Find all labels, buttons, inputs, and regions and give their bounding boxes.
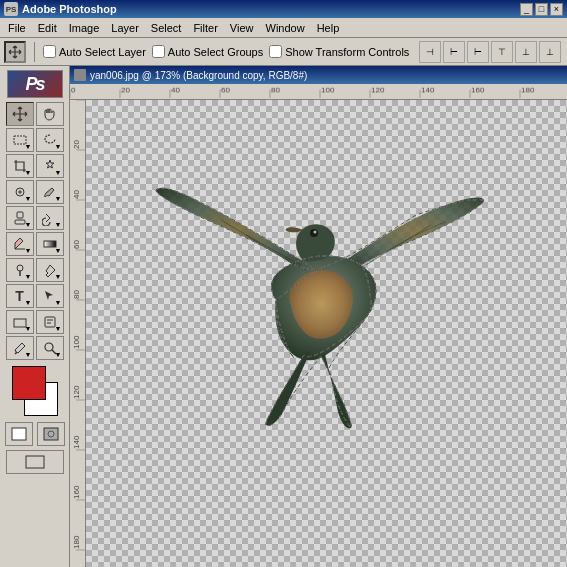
notes-tool-btn[interactable]: ▼	[36, 310, 64, 334]
tool-row-9: ▼ ▼	[2, 310, 67, 334]
tool-row-7: ▼ ▼	[2, 258, 67, 282]
app-title: Adobe Photoshop	[22, 3, 117, 15]
tool-row-3: ▼ ▼	[2, 154, 67, 178]
menu-select[interactable]: Select	[145, 20, 188, 36]
hand-tool-btn[interactable]	[36, 102, 64, 126]
auto-select-groups-checkbox[interactable]	[152, 45, 165, 58]
svg-rect-5	[15, 220, 25, 224]
menu-layer[interactable]: Layer	[105, 20, 145, 36]
menu-view[interactable]: View	[224, 20, 260, 36]
eyedropper-tool-btn[interactable]: ▼	[6, 336, 34, 360]
maximize-button[interactable]: □	[535, 3, 548, 16]
align-top-icon[interactable]: ⊤	[491, 41, 513, 63]
eraser-tool-btn[interactable]: ▼	[6, 232, 34, 256]
canvas-content[interactable]	[86, 100, 567, 567]
svg-rect-4	[17, 212, 23, 218]
align-center-h-icon[interactable]: ⊢	[443, 41, 465, 63]
options-separator-1	[34, 42, 35, 62]
align-center-v-icon[interactable]: ⊥	[515, 41, 537, 63]
menu-file[interactable]: File	[2, 20, 32, 36]
tool-row-1	[2, 102, 67, 126]
auto-select-groups-label: Auto Select Groups	[168, 46, 263, 58]
svg-line-14	[15, 352, 17, 354]
main-layout: Ps ▼ ▼ ▼	[0, 66, 567, 567]
lasso-tool-btn[interactable]: ▼	[36, 128, 64, 152]
show-transform-controls-label: Show Transform Controls	[285, 46, 409, 58]
options-bar: Auto Select Layer Auto Select Groups Sho…	[0, 38, 567, 66]
move-tool-options-btn[interactable]	[4, 41, 26, 63]
menu-bar: File Edit Image Layer Select Filter View…	[0, 18, 567, 38]
tool-row-2: ▼ ▼	[2, 128, 67, 152]
move-tool-btn[interactable]	[6, 102, 34, 126]
tool-row-5: ▼ ▼	[2, 206, 67, 230]
align-right-icon[interactable]: ⊢	[467, 41, 489, 63]
vertical-ruler	[70, 100, 86, 567]
app-icon: PS	[4, 2, 18, 16]
foreground-color-swatch[interactable]	[12, 366, 46, 400]
tool-row-10: ▼ ▼	[2, 336, 67, 360]
tool-row-6: ▼ ▼	[2, 232, 67, 256]
tool-row-8: T ▼ ▼	[2, 284, 67, 308]
align-icons: ⊣ ⊢ ⊢ ⊤ ⊥ ⊥	[419, 41, 561, 63]
quick-mask-btn[interactable]	[37, 422, 65, 446]
auto-select-layer-label: Auto Select Layer	[59, 46, 146, 58]
canvas-area: yan006.jpg @ 173% (Background copy, RGB/…	[70, 66, 567, 567]
dodge-tool-btn[interactable]: ▼	[6, 258, 34, 282]
bird-svg	[146, 140, 486, 440]
type-tool-btn[interactable]: T ▼	[6, 284, 34, 308]
svg-point-8	[17, 265, 23, 271]
auto-select-layer-checkbox[interactable]	[43, 45, 56, 58]
stamp-tool-btn[interactable]: ▼	[6, 206, 34, 230]
svg-rect-20	[26, 456, 44, 468]
toolbox: Ps ▼ ▼ ▼	[0, 66, 70, 567]
svg-rect-17	[12, 428, 26, 440]
menu-image[interactable]: Image	[63, 20, 106, 36]
path-selection-tool-btn[interactable]: ▼	[36, 284, 64, 308]
app-icon-text: PS	[6, 5, 17, 14]
align-left-icon[interactable]: ⊣	[419, 41, 441, 63]
svg-rect-11	[45, 317, 55, 327]
heal-tool-btn[interactable]: ▼	[6, 180, 34, 204]
gradient-tool-btn[interactable]: ▼	[36, 232, 64, 256]
standard-mode-btn[interactable]	[5, 422, 33, 446]
history-brush-tool-btn[interactable]: ▼	[36, 206, 64, 230]
v-ruler-canvas	[70, 100, 86, 567]
menu-filter[interactable]: Filter	[187, 20, 223, 36]
canvas-title-bar: yan006.jpg @ 173% (Background copy, RGB/…	[70, 66, 567, 84]
menu-help[interactable]: Help	[311, 20, 346, 36]
rect-marquee-tool-btn[interactable]: ▼	[6, 128, 34, 152]
align-bottom-icon[interactable]: ⊥	[539, 41, 561, 63]
canvas-with-ruler	[70, 100, 567, 567]
h-ruler-canvas	[70, 84, 567, 98]
tool-row-4: ▼ ▼	[2, 180, 67, 204]
color-swatches	[6, 366, 64, 416]
horizontal-ruler	[70, 84, 567, 100]
show-transform-controls-checkbox[interactable]	[269, 45, 282, 58]
bird-image	[146, 140, 486, 440]
svg-point-15	[45, 343, 53, 351]
svg-point-22	[314, 231, 317, 234]
zoom-tool-btn[interactable]: ▼	[36, 336, 64, 360]
auto-select-groups-group: Auto Select Groups	[152, 45, 263, 58]
menu-window[interactable]: Window	[260, 20, 311, 36]
minimize-button[interactable]: _	[520, 3, 533, 16]
screen-mode-btn[interactable]	[6, 450, 64, 474]
svg-rect-18	[44, 428, 58, 440]
shape-tool-btn[interactable]: ▼	[6, 310, 34, 334]
pen-tool-btn[interactable]: ▼	[36, 258, 64, 282]
show-transform-controls-group: Show Transform Controls	[269, 45, 409, 58]
window-controls: _ □ ×	[520, 3, 563, 16]
menu-edit[interactable]: Edit	[32, 20, 63, 36]
canvas-file-icon	[74, 69, 86, 81]
auto-select-layer-group: Auto Select Layer	[43, 45, 146, 58]
quick-mask-row	[2, 422, 67, 446]
title-bar: PS Adobe Photoshop _ □ ×	[0, 0, 567, 18]
close-button[interactable]: ×	[550, 3, 563, 16]
magic-wand-tool-btn[interactable]: ▼	[36, 154, 64, 178]
brush-tool-btn[interactable]: ▼	[36, 180, 64, 204]
canvas-title: yan006.jpg @ 173% (Background copy, RGB/…	[90, 70, 307, 81]
crop-tool-btn[interactable]: ▼	[6, 154, 34, 178]
